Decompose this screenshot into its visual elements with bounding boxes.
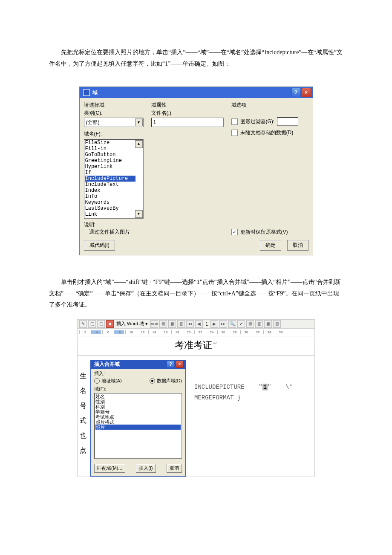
list-item[interactable]: 照片格式	[95, 419, 181, 425]
fc-mergeformat: MERGEFORMAT }	[194, 393, 293, 403]
list-item-selected[interactable]: 照片	[95, 425, 181, 430]
list-item[interactable]: IncludeText	[85, 182, 135, 188]
list-item[interactable]: FileSize	[85, 140, 135, 146]
field-options-label: 域选项	[231, 101, 308, 109]
toolbar-icon[interactable]: ■	[106, 320, 114, 328]
scroll-up-icon[interactable]: ▲	[135, 140, 143, 148]
help-button[interactable]: ?	[167, 361, 175, 368]
description-block: 说明: 通过文件插入图片	[84, 221, 144, 236]
list-item[interactable]: ListNum	[85, 217, 135, 219]
nostore-label: 未随文档存储的数据(D)	[240, 129, 294, 136]
toolbar-icon[interactable]: ▢	[97, 320, 105, 328]
list-item[interactable]: LastSavedBy	[85, 205, 135, 211]
filename-label: 文件名(:)	[151, 110, 224, 117]
list-item[interactable]: GreetingLine	[85, 158, 135, 164]
list-item[interactable]: Link	[85, 211, 135, 217]
cancel-button[interactable]: 取消	[287, 240, 308, 251]
list-item[interactable]: 学籍号	[95, 409, 181, 414]
list-item[interactable]: 考试地点	[95, 414, 181, 419]
dialog2-titlebar: 插入合并域 ? ×	[91, 360, 185, 369]
dropdown-arrow-icon[interactable]: ▼	[135, 119, 143, 126]
ruler-tick: 14	[148, 330, 159, 334]
toolbar-icon[interactable]: ▥	[177, 320, 185, 328]
mailmerge-toolbar: ✎ ▢ ▢ ■ 插入 Word 域 ▾ ≪≫ ▤ ▦ ▥ ⏮ ◀ 1 ▶ ⏭ 🔍…	[78, 320, 314, 329]
field-name-label: 域名(F):	[84, 130, 144, 138]
address-field-radio[interactable]: 地址域(A)	[94, 378, 122, 384]
category-select[interactable]: (全部) ▼	[84, 118, 144, 127]
toolbar-icon[interactable]: ▤	[159, 320, 167, 328]
filter-checkbox[interactable]	[231, 119, 238, 125]
match-fields-button[interactable]: 匹配域(M)...	[94, 464, 125, 473]
ruler-tick: 12	[137, 330, 147, 334]
close-button[interactable]: ×	[302, 88, 311, 97]
ruler-tick: 4	[91, 330, 101, 334]
toolbar-icon[interactable]: ≪≫	[150, 320, 158, 328]
description-label: 说明:	[84, 221, 144, 228]
toolbar-icon[interactable]: ▥	[255, 320, 263, 328]
merge-field-list[interactable]: 姓名 性别 科别 学籍号 考试地点 照片格式 照片	[94, 393, 182, 459]
ok-button[interactable]: 确定	[260, 240, 281, 251]
ruler-tick: 26	[217, 330, 228, 334]
ruler-tick: 18	[171, 330, 182, 334]
nav-first-icon[interactable]: ⏮	[186, 320, 194, 328]
nav-last-icon[interactable]: ⏭	[219, 320, 227, 328]
insert-merge-field-dialog: 插入合并域 ? × 插入: 地址域(A) 数	[90, 360, 186, 477]
toolbar-icon[interactable]: ✔	[237, 320, 245, 328]
cancel-button[interactable]: 取消	[167, 464, 182, 473]
vlabel: 名	[80, 387, 86, 396]
list-item[interactable]: 性别	[95, 399, 181, 404]
vlabel: 生	[80, 372, 86, 381]
list-item-selected[interactable]: IncludePicture	[85, 176, 135, 182]
ruler-tick: 28	[229, 330, 239, 334]
filename-value: 1	[153, 119, 156, 125]
filename-input[interactable]: 1	[151, 118, 224, 127]
paragraph-mark-icon: ↵	[213, 340, 217, 346]
insert-word-field-label[interactable]: 插入 Word 域 ▾	[115, 321, 149, 327]
preserve-format-checkbox[interactable]: ✓	[231, 229, 238, 235]
list-item[interactable]: Hyperlink	[85, 164, 135, 170]
record-number[interactable]: 1	[204, 321, 209, 327]
dialog-icon	[83, 89, 90, 96]
toolbar-icon[interactable]: ▦	[264, 320, 272, 328]
field-dialog: 域 ? × 请选择域 类别(C): (全部) ▼ 域名(F): ▲ F	[79, 87, 313, 255]
database-field-radio[interactable]: 数据库域(D)	[150, 378, 182, 384]
category-label: 类别(C):	[84, 110, 144, 117]
ruler-tick: 2	[79, 330, 89, 334]
ruler-tick: 34	[263, 330, 274, 334]
nav-prev-icon[interactable]: ◀	[195, 320, 203, 328]
paragraph-1: 先把光标定位在要插入照片的地方，单击“插入”——“域”——在“域名”处选择“In…	[49, 47, 343, 69]
toolbar-icon[interactable]: ▢	[88, 320, 96, 328]
fc-highlighted-1: 1	[262, 384, 268, 390]
list-item[interactable]: Info	[85, 194, 135, 199]
toolbar-icon[interactable]: ▤	[246, 320, 254, 328]
list-item[interactable]: 姓名	[95, 394, 181, 399]
scroll-down-icon[interactable]: ▼	[135, 210, 143, 218]
ruler-tick: 6	[102, 330, 112, 334]
dialog-title: 域	[92, 89, 98, 96]
field-name-list[interactable]: ▲ FileSize Fill-in GoToButton GreetingLi…	[84, 139, 144, 219]
word-app-screenshot: ✎ ▢ ▢ ■ 插入 Word 域 ▾ ≪≫ ▤ ▦ ▥ ⏮ ◀ 1 ▶ ⏭ 🔍…	[77, 319, 315, 477]
list-item[interactable]: 科别	[95, 404, 181, 409]
help-button[interactable]: ?	[291, 88, 301, 97]
toolbar-icon[interactable]: 🔍	[228, 320, 236, 328]
vlabel: 点	[80, 446, 86, 455]
filter-input[interactable]	[277, 117, 298, 126]
nav-next-icon[interactable]: ▶	[210, 320, 218, 328]
nostore-checkbox[interactable]	[231, 130, 238, 136]
field-code-button[interactable]: 域代码(I)	[84, 240, 115, 251]
dialog-titlebar: 域 ? ×	[80, 87, 313, 98]
insert-button[interactable]: 插入(I)	[136, 464, 156, 473]
list-item[interactable]: Fill-in	[85, 146, 135, 152]
list-item[interactable]: Keywords	[85, 199, 135, 205]
list-item[interactable]: If	[85, 170, 135, 176]
list-item[interactable]: GoToButton	[85, 152, 135, 158]
toolbar-icon[interactable]: ▧	[273, 320, 281, 328]
fields-label: 域(F):	[94, 386, 182, 392]
toolbar-icon[interactable]: ▦	[168, 320, 176, 328]
vertical-labels: 生 名 号 式 也 点	[78, 357, 89, 455]
toolbar-icon[interactable]: ✎	[79, 320, 87, 328]
close-button[interactable]: ×	[176, 361, 184, 368]
list-item[interactable]: Index	[85, 188, 135, 194]
vlabel: 也	[80, 431, 86, 440]
category-value: (全部)	[86, 119, 100, 126]
